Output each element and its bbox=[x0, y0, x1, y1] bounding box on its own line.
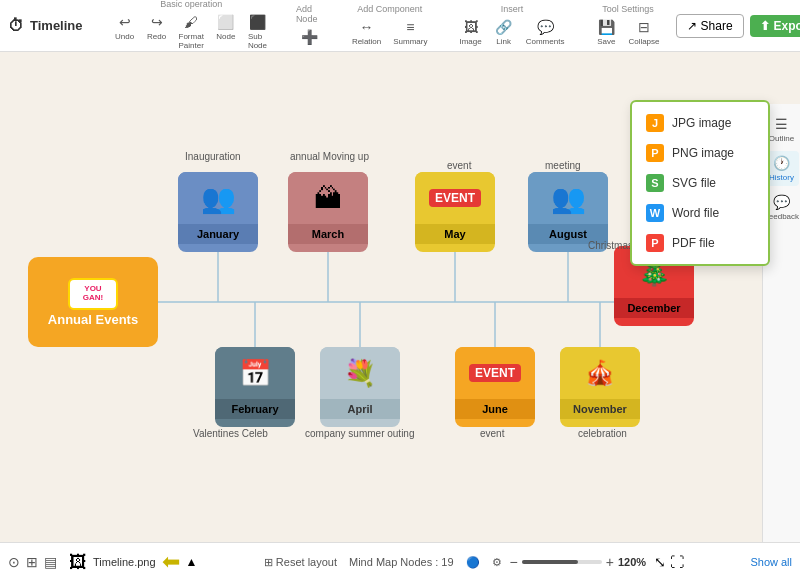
add-node-button[interactable]: ➕ bbox=[296, 26, 324, 48]
file-name-label: Timeline.png bbox=[93, 556, 156, 568]
add-component-section: Add Component ↔ Relation ≡ Summary bbox=[348, 4, 432, 48]
format-painter-icon: 🖌 bbox=[182, 13, 200, 31]
export-svg-item[interactable]: S SVG file bbox=[632, 168, 768, 198]
main-area: YOUGAN! Annual Events Inauguration annua… bbox=[0, 52, 800, 542]
february-node[interactable]: 📅 February bbox=[215, 347, 295, 427]
tool-settings-label: Tool Settings bbox=[602, 4, 654, 14]
undo-button[interactable]: ↩ Undo bbox=[111, 11, 139, 52]
expand-icons: ⤡ ⛶ bbox=[654, 554, 684, 570]
settings-bottom-icon[interactable]: ⚙ bbox=[492, 556, 502, 569]
insert-buttons: 🖼 Image 🔗 Link 💬 Comments bbox=[455, 16, 568, 48]
zoom-slider[interactable] bbox=[522, 560, 602, 564]
feedback-icon: 💬 bbox=[773, 194, 790, 210]
add-node-section: Add Node ➕ bbox=[296, 4, 324, 48]
history-label: History bbox=[769, 173, 794, 182]
zoom-slider-fill bbox=[522, 560, 578, 564]
add-component-label: Add Component bbox=[357, 4, 422, 14]
december-label: December bbox=[614, 298, 694, 318]
march-node[interactable]: 🏔 March bbox=[288, 172, 368, 252]
sub-node-button[interactable]: ⬛ Sub Node bbox=[244, 11, 272, 52]
april-node[interactable]: 💐 April bbox=[320, 347, 400, 427]
comments-icon: 💬 bbox=[536, 18, 554, 36]
relation-button[interactable]: ↔ Relation bbox=[348, 16, 385, 48]
event-june-label: event bbox=[480, 428, 504, 439]
bottom-left-icons: ⊙ ⊞ ▤ bbox=[8, 554, 57, 570]
june-node[interactable]: EVENT June bbox=[455, 347, 535, 427]
zoom-out-button[interactable]: − bbox=[510, 554, 518, 570]
export-word-item[interactable]: W Word file bbox=[632, 198, 768, 228]
april-label: April bbox=[320, 399, 400, 419]
export-png-item[interactable]: P PNG image bbox=[632, 138, 768, 168]
export-jpg-item[interactable]: J JPG image bbox=[632, 108, 768, 138]
reset-layout-button[interactable]: ⊞ Reset layout bbox=[264, 556, 337, 569]
redo-button[interactable]: ↪ Redo bbox=[143, 11, 171, 52]
image-button[interactable]: 🖼 Image bbox=[455, 16, 485, 48]
may-label: May bbox=[415, 224, 495, 244]
zoom-controls: − + 120% bbox=[510, 554, 647, 570]
image-icon: 🖼 bbox=[462, 18, 480, 36]
save-button[interactable]: 💾 Save bbox=[592, 16, 620, 48]
node-icon: ⬜ bbox=[217, 13, 235, 31]
summary-button[interactable]: ≡ Summary bbox=[389, 16, 431, 48]
collapse-icon: ⊟ bbox=[635, 18, 653, 36]
download-arrow-icon: ⬅ bbox=[162, 549, 180, 575]
may-node[interactable]: EVENT May bbox=[415, 172, 495, 252]
june-icon: EVENT bbox=[455, 347, 535, 399]
jpg-icon: J bbox=[646, 114, 664, 132]
january-node[interactable]: 👥 January bbox=[178, 172, 258, 252]
format-painter-button[interactable]: 🖌 Format Painter bbox=[175, 11, 208, 52]
tool-settings-section: Tool Settings 💾 Save ⊟ Collapse bbox=[592, 4, 663, 48]
expand-icon-1[interactable]: ⤡ bbox=[654, 554, 666, 570]
chevron-up-icon[interactable]: ▲ bbox=[186, 555, 198, 569]
bottom-center: ⊞ Reset layout Mind Map Nodes : 19 🔵 ⚙ bbox=[264, 556, 502, 569]
pdf-icon: P bbox=[646, 234, 664, 252]
bottom-icon-1[interactable]: ⊙ bbox=[8, 554, 20, 570]
celebration-label: celebration bbox=[578, 428, 627, 439]
share-button[interactable]: ↗ Share bbox=[676, 14, 744, 38]
link-button[interactable]: 🔗 Link bbox=[490, 16, 518, 48]
jpg-label: JPG image bbox=[672, 116, 731, 130]
relation-icon: ↔ bbox=[358, 18, 376, 36]
may-icon: EVENT bbox=[415, 172, 495, 224]
outline-icon: ☰ bbox=[775, 116, 788, 132]
bottom-icon-2[interactable]: ⊞ bbox=[26, 554, 38, 570]
link-icon: 🔗 bbox=[495, 18, 513, 36]
png-label: PNG image bbox=[672, 146, 734, 160]
inauguration-label: Inauguration bbox=[185, 151, 241, 162]
toolbar: ⏱ Timeline Basic operation ↩ Undo ↪ Redo… bbox=[0, 0, 800, 52]
summary-icon: ≡ bbox=[401, 18, 419, 36]
central-node-label: Annual Events bbox=[48, 312, 138, 327]
export-icon: ⬆ bbox=[760, 19, 770, 33]
export-button[interactable]: ⬆ Export bbox=[750, 15, 800, 37]
file-type-icon: 🖼 bbox=[69, 552, 87, 573]
march-label: March bbox=[288, 224, 368, 244]
central-node[interactable]: YOUGAN! Annual Events bbox=[28, 257, 158, 347]
sub-node-icon: ⬛ bbox=[249, 13, 267, 31]
march-icon: 🏔 bbox=[288, 172, 368, 224]
svg-icon: S bbox=[646, 174, 664, 192]
redo-icon: ↪ bbox=[148, 13, 166, 31]
valentines-label: Valentines Celeb bbox=[193, 428, 268, 439]
bottom-icon-3[interactable]: ▤ bbox=[44, 554, 57, 570]
february-icon: 📅 bbox=[215, 347, 295, 399]
collapse-button[interactable]: ⊟ Collapse bbox=[624, 16, 663, 48]
zoom-in-button[interactable]: + bbox=[606, 554, 614, 570]
basic-operation-label: Basic operation bbox=[160, 0, 222, 9]
november-node[interactable]: 🎪 November bbox=[560, 347, 640, 427]
insert-section: Insert 🖼 Image 🔗 Link 💬 Comments bbox=[455, 4, 568, 48]
node-count-icon: 🔵 bbox=[466, 556, 480, 569]
toolbar-right: ↗ Share ⬆ Export bbox=[676, 14, 800, 38]
word-label: Word file bbox=[672, 206, 719, 220]
comments-button[interactable]: 💬 Comments bbox=[522, 16, 569, 48]
file-notification: 🖼 Timeline.png ⬅ ▲ bbox=[69, 549, 197, 575]
app-title: ⏱ Timeline bbox=[8, 17, 83, 35]
add-node-label: Add Node bbox=[296, 4, 324, 24]
central-node-inner: YOUGAN! Annual Events bbox=[48, 278, 138, 327]
node-button[interactable]: ⬜ Node bbox=[212, 11, 240, 52]
june-label: June bbox=[455, 399, 535, 419]
add-node-icon: ➕ bbox=[301, 28, 319, 46]
expand-icon-2[interactable]: ⛶ bbox=[670, 554, 684, 570]
show-all-button[interactable]: Show all bbox=[750, 556, 792, 568]
basic-operation-section: Basic operation ↩ Undo ↪ Redo 🖌 Format P… bbox=[111, 0, 272, 52]
export-pdf-item[interactable]: P PDF file bbox=[632, 228, 768, 258]
